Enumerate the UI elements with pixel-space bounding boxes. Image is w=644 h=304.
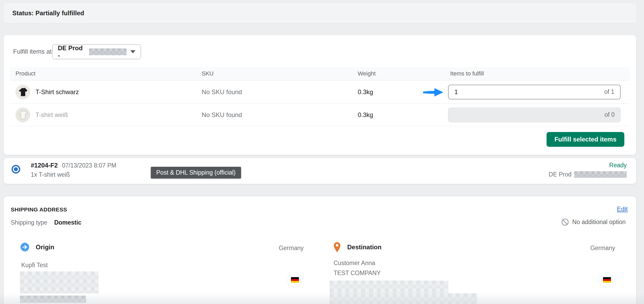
fulfill-selected-items-button[interactable]: Fulfill selected items: [547, 132, 624, 147]
product-table-header: Product SKU Weight Items to fulfill: [10, 67, 630, 80]
destination-flag-germany-icon: [600, 273, 614, 287]
origin-title: Origin: [36, 244, 54, 251]
quantity-input-box-disabled: of 0: [448, 108, 621, 122]
destination-title: Destination: [347, 244, 382, 251]
origin-name: Kupfi Test: [21, 262, 48, 269]
location-dropdown-value: DE Prod -: [58, 44, 85, 59]
fulfillment-page: Status: Partially fulfilled Fulfill item…: [0, 0, 644, 304]
shipping-type-value: Domestic: [54, 219, 81, 226]
origin-header: Origin: [20, 243, 54, 251]
quantity-of-label: of 0: [605, 111, 615, 118]
fulfillment-radio[interactable]: [12, 165, 20, 174]
location-dropdown[interactable]: DE Prod -: [52, 44, 141, 59]
product-cell: T-Shirt schwarz: [10, 85, 196, 99]
origin-arrow-icon: [20, 243, 29, 251]
table-row: T-shirt weiß No SKU found 0.3kg of 0: [10, 104, 630, 126]
fulfill-items-card: Fulfill items at: DE Prod - Product SKU …: [4, 35, 636, 155]
destination-pin-icon: [333, 241, 341, 253]
destination-name: Customer Anna: [334, 260, 375, 267]
fulfillment-items-summary: 1x T-shirt weiß: [31, 171, 116, 178]
destination-company: TEST COMPANY: [334, 270, 381, 277]
status-banner-text: Status: Partially fulfilled: [12, 9, 84, 17]
location-dropdown-redacted-block: [89, 48, 127, 55]
fulfillment-entry-text: #1204-F2 07/13/2023 8:07 PM 1x T-shirt w…: [31, 162, 116, 178]
sku-value: No SKU found: [196, 88, 352, 96]
product-table: Product SKU Weight Items to fulfill T-Sh…: [10, 67, 630, 126]
col-header-product: Product: [10, 70, 196, 77]
quantity-input-box: of 1: [448, 85, 621, 99]
radio-dot-icon: [14, 167, 18, 171]
destination-country: Germany: [590, 245, 615, 252]
sku-value: No SKU found: [196, 111, 352, 119]
weight-value: 0.3kg: [352, 111, 445, 119]
fulfillment-status-badge: Ready: [549, 162, 627, 169]
shipping-address-card: SHIPPING ADDRESS Edit Shipping type Dome…: [4, 196, 636, 304]
fulfillment-location-redacted-block: [574, 171, 627, 178]
annotation-arrow-icon: [422, 87, 444, 97]
fulfillment-id: #1204-F2: [31, 162, 58, 169]
shipping-address-title: SHIPPING ADDRESS: [11, 206, 67, 213]
items-to-fulfill-cell: of 1: [445, 85, 630, 99]
edit-address-link[interactable]: Edit: [617, 205, 628, 213]
destination-address-redacted-block: [330, 281, 448, 293]
origin-flag-germany-icon: [288, 273, 302, 287]
additional-option-indicator: No additional option: [561, 218, 626, 226]
col-header-sku: SKU: [196, 70, 352, 77]
origin-country: Germany: [279, 245, 304, 252]
items-to-fulfill-cell: of 0: [445, 108, 630, 122]
additional-option-text: No additional option: [572, 219, 626, 226]
quantity-of-label: of 1: [604, 88, 614, 95]
origin-address-redacted-block: [20, 271, 99, 293]
shipping-type-label: Shipping type: [11, 219, 47, 226]
product-cell: T-shirt weiß: [10, 108, 196, 122]
product-name: T-Shirt schwarz: [35, 88, 79, 96]
fulfill-at-label: Fulfill items at:: [13, 48, 53, 55]
col-header-weight: Weight: [352, 70, 445, 77]
carrier-tooltip: Post & DHL Shipping (official): [151, 167, 241, 179]
status-banner: Status: Partially fulfilled: [4, 3, 636, 23]
fulfillment-location: DE Prod: [549, 171, 572, 178]
prohibition-icon: [561, 218, 569, 226]
col-header-items-to-fulfill: Items to fulfill: [445, 70, 630, 77]
quantity-input[interactable]: [454, 88, 559, 96]
destination-address-redacted-block: [330, 293, 477, 304]
fulfillment-entry-card: #1204-F2 07/13/2023 8:07 PM 1x T-shirt w…: [4, 158, 636, 184]
product-name: T-shirt weiß: [35, 111, 68, 119]
fulfillment-datetime: 07/13/2023 8:07 PM: [62, 162, 116, 169]
product-image-tshirt-weiss: [15, 108, 30, 122]
destination-header: Destination: [333, 241, 382, 253]
chevron-down-icon: [130, 50, 136, 53]
fulfillment-entry-meta: Ready DE Prod: [549, 162, 627, 178]
table-row: T-Shirt schwarz No SKU found 0.3kg of 1: [10, 80, 630, 104]
tshirt-icon: [17, 109, 29, 121]
product-image-tshirt-schwarz: [15, 85, 30, 99]
tshirt-icon: [17, 86, 29, 98]
origin-address-redacted-block: [20, 296, 86, 303]
shipping-type-row: Shipping type Domestic: [11, 219, 81, 226]
